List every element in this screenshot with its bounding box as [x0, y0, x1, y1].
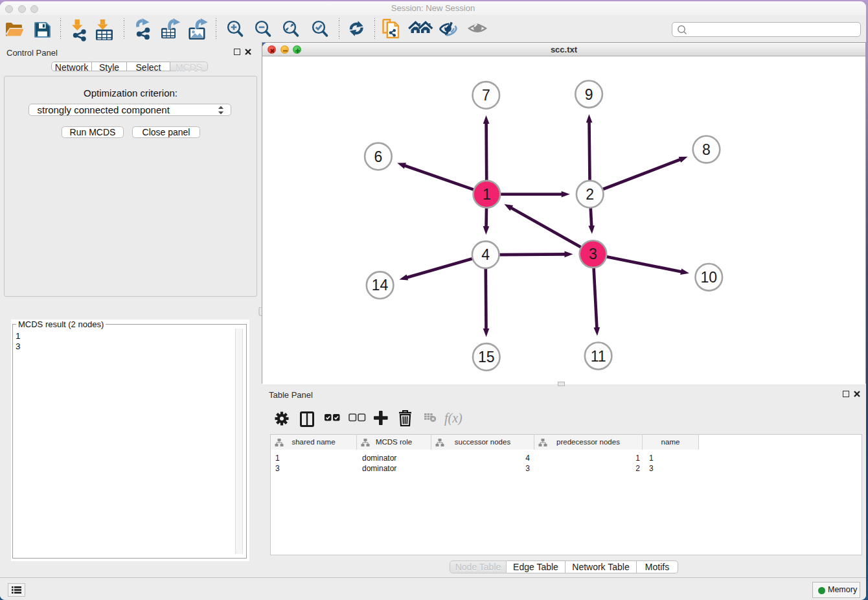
svg-text:f(x): f(x) [444, 411, 463, 426]
svg-text:15: 15 [478, 349, 495, 365]
svg-text:2: 2 [586, 186, 594, 203]
svg-text:4: 4 [481, 246, 490, 263]
svg-text:11: 11 [591, 348, 606, 365]
svg-text:6: 6 [374, 148, 383, 165]
svg-text:14: 14 [372, 277, 389, 294]
svg-text:7: 7 [482, 87, 490, 104]
svg-text:9: 9 [585, 86, 593, 103]
svg-text:1: 1 [483, 186, 491, 203]
svg-text:10: 10 [701, 269, 718, 286]
svg-text:3: 3 [589, 246, 597, 262]
svg-text:8: 8 [702, 141, 711, 158]
